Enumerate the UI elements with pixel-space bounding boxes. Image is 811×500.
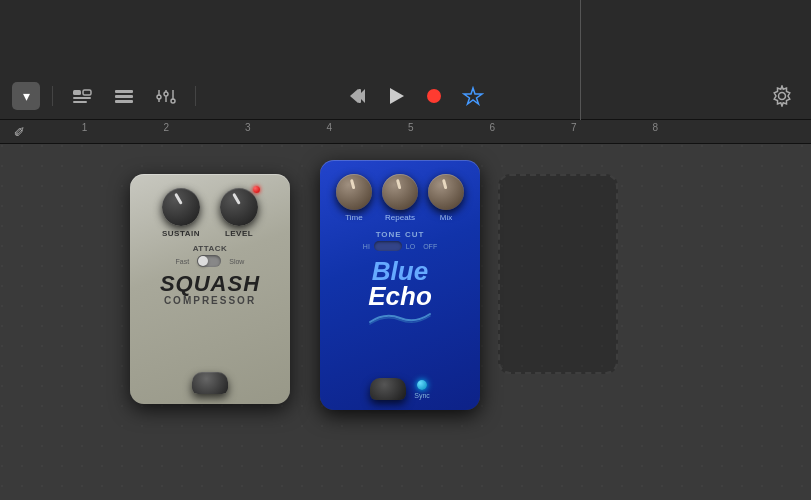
svg-rect-5 [115,95,133,98]
sync-led [417,380,427,390]
empty-pedal-slot [498,174,618,374]
gear-icon [771,85,793,107]
record-icon [424,86,444,106]
pedalboard: SUSTAIN LEVEL ATTACK Fast Slow SQUASH CO… [0,144,811,500]
track-view-button[interactable] [65,84,99,108]
lo-label: LO [406,243,415,250]
ruler-mark-7: 7 [571,122,577,133]
svg-marker-19 [390,88,404,104]
led-indicator [253,186,260,193]
squash-title: SQUASH COMPRESSOR [160,273,260,306]
transport-controls [342,82,490,110]
toolbar: ▾ [0,0,811,120]
repeats-label: Repeats [385,213,415,222]
ruler-mark-3: 3 [245,122,251,133]
echo-footswitch[interactable] [370,378,406,400]
list-view-button[interactable] [107,84,141,108]
svg-rect-1 [83,90,91,95]
time-knob[interactable] [336,174,372,210]
ruler-mark-5: 5 [408,122,414,133]
time-label: Time [345,213,362,222]
level-knob-col: LEVEL [220,188,258,238]
separator-1 [52,86,53,106]
settings-button[interactable] [765,81,799,111]
eq-icon [155,88,177,104]
squash-compressor-pedal: SUSTAIN LEVEL ATTACK Fast Slow SQUASH CO… [130,174,290,404]
play-icon [386,86,406,106]
repeats-knob-col: Repeats [382,174,418,222]
svg-point-21 [778,93,785,100]
pencil-icon[interactable]: ✏ [10,121,30,141]
eq-button[interactable] [149,84,183,108]
chevron-down-icon: ▾ [23,88,30,104]
ruler-mark-1: 1 [82,122,88,133]
dropdown-button[interactable]: ▾ [12,82,40,110]
blue-echo-title: Blue Echo [365,257,435,330]
rewind-icon [348,86,368,106]
tune-icon [462,86,484,106]
svg-rect-3 [73,101,87,103]
echo-knobs-row: Time Repeats Mix [336,174,464,222]
list-icon [113,88,135,104]
toolbar-inner: ▾ [0,81,811,119]
svg-rect-0 [73,90,81,95]
record-button[interactable] [418,82,450,110]
sync-section: Sync [414,380,430,399]
squash-footer [192,362,228,394]
svg-rect-6 [115,100,133,103]
tune-button[interactable] [456,82,490,110]
rewind-button[interactable] [342,82,374,110]
svg-point-9 [157,95,161,99]
ruler-mark-6: 6 [489,122,495,133]
blue-echo-pedal: Time Repeats Mix TONE CUT HI LO OFF Blue [320,160,480,410]
svg-point-12 [164,92,168,96]
repeats-knob[interactable] [382,174,418,210]
sustain-knob[interactable] [162,188,200,226]
mix-knob[interactable] [428,174,464,210]
hilo-toggle[interactable] [374,241,402,251]
attack-label: ATTACK [193,244,228,253]
svg-point-20 [427,89,441,103]
echo-footer: Sync [328,378,472,400]
level-label: LEVEL [225,229,253,238]
level-knob[interactable] [220,188,258,226]
ruler-mark-2: 2 [163,122,169,133]
ruler-mark-4: 4 [326,122,332,133]
attack-switch-row: Fast Slow [176,255,245,267]
play-button[interactable] [380,82,412,110]
separator-2 [195,86,196,106]
sync-label: Sync [414,392,430,399]
svg-marker-16 [350,89,358,103]
svg-rect-2 [73,97,91,99]
blue-echo-name-echo: Echo [365,282,435,311]
svg-rect-4 [115,90,133,93]
hi-label: HI [363,243,370,250]
echo-swirl [365,310,435,326]
slow-label: Slow [229,258,244,265]
svg-point-15 [171,99,175,103]
squash-footswitch[interactable] [192,372,228,394]
ruler-mark-8: 8 [652,122,658,133]
track-icon [71,88,93,104]
tone-cut-label: TONE CUT [376,230,425,239]
mix-knob-col: Mix [428,174,464,222]
squash-name: SQUASH [160,273,260,295]
attack-section: ATTACK Fast Slow [176,244,245,267]
attack-toggle[interactable] [197,255,221,267]
mix-label: Mix [440,213,452,222]
time-knob-col: Time [336,174,372,222]
squash-sub: COMPRESSOR [160,295,260,306]
squash-knobs-row: SUSTAIN LEVEL [162,188,258,238]
ruler: ✏ 1 2 3 4 5 6 7 8 ✒ ⊞ [0,120,811,144]
tone-cut-section: TONE CUT HI LO OFF [363,230,437,251]
hilo-section: HI LO OFF [363,241,437,251]
sustain-label: SUSTAIN [162,229,200,238]
fast-label: Fast [176,258,190,265]
off-label: OFF [423,243,437,250]
sustain-knob-col: SUSTAIN [162,188,200,238]
